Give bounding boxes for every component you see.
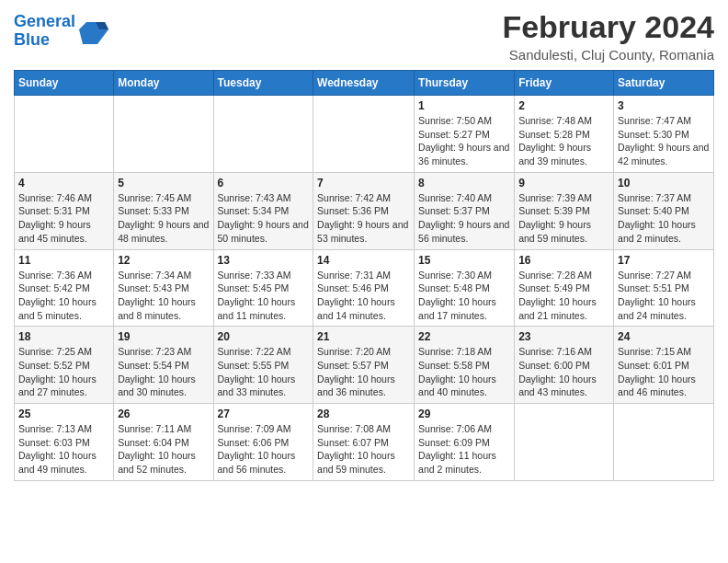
weekday-header: Thursday [415,71,515,96]
calendar-cell [213,96,313,173]
day-info: Sunrise: 7:50 AM Sunset: 5:27 PM Dayligh… [418,114,510,168]
day-info: Sunrise: 7:28 AM Sunset: 5:49 PM Dayligh… [518,269,609,323]
day-number: 15 [418,254,510,267]
calendar-week-row: 18Sunrise: 7:25 AM Sunset: 5:52 PM Dayli… [15,327,714,404]
calendar-cell: 6Sunrise: 7:43 AM Sunset: 5:34 PM Daylig… [213,172,313,249]
day-number: 28 [317,408,410,420]
day-number: 27 [218,408,310,420]
calendar-cell: 8Sunrise: 7:40 AM Sunset: 5:37 PM Daylig… [415,172,515,249]
day-number: 13 [218,254,310,267]
calendar-cell [614,404,714,481]
day-info: Sunrise: 7:48 AM Sunset: 5:28 PM Dayligh… [518,114,609,168]
calendar-header: SundayMondayTuesdayWednesdayThursdayFrid… [15,71,714,96]
calendar-cell [313,96,415,173]
day-info: Sunrise: 7:37 AM Sunset: 5:40 PM Dayligh… [618,191,710,246]
day-info: Sunrise: 7:27 AM Sunset: 5:51 PM Dayligh… [618,269,710,323]
day-info: Sunrise: 7:39 AM Sunset: 5:39 PM Dayligh… [518,191,609,246]
day-info: Sunrise: 7:23 AM Sunset: 5:54 PM Dayligh… [118,345,209,399]
calendar-cell: 25Sunrise: 7:13 AM Sunset: 6:03 PM Dayli… [15,404,114,481]
calendar-cell [114,96,213,173]
weekday-header: Wednesday [313,71,415,96]
calendar-cell: 7Sunrise: 7:42 AM Sunset: 5:36 PM Daylig… [313,172,415,249]
weekday-header: Monday [114,71,213,96]
calendar-cell: 26Sunrise: 7:11 AM Sunset: 6:04 PM Dayli… [114,404,213,481]
calendar-cell: 12Sunrise: 7:34 AM Sunset: 5:43 PM Dayli… [114,249,213,327]
calendar-cell: 19Sunrise: 7:23 AM Sunset: 5:54 PM Dayli… [114,327,213,404]
day-number: 17 [618,254,710,267]
calendar-cell: 13Sunrise: 7:33 AM Sunset: 5:45 PM Dayli… [213,249,313,327]
calendar-cell: 10Sunrise: 7:37 AM Sunset: 5:40 PM Dayli… [614,172,714,249]
day-info: Sunrise: 7:43 AM Sunset: 5:34 PM Dayligh… [218,191,310,246]
calendar-cell: 4Sunrise: 7:46 AM Sunset: 5:31 PM Daylig… [15,172,114,249]
calendar-cell: 29Sunrise: 7:06 AM Sunset: 6:09 PM Dayli… [415,404,515,481]
calendar-week-row: 1Sunrise: 7:50 AM Sunset: 5:27 PM Daylig… [15,96,714,173]
day-number: 16 [518,254,609,267]
day-number: 12 [118,254,209,267]
day-info: Sunrise: 7:08 AM Sunset: 6:07 PM Dayligh… [317,422,410,477]
day-info: Sunrise: 7:36 AM Sunset: 5:42 PM Dayligh… [18,269,109,323]
day-number: 7 [317,177,410,190]
calendar-cell: 28Sunrise: 7:08 AM Sunset: 6:07 PM Dayli… [313,404,415,481]
calendar-week-row: 4Sunrise: 7:46 AM Sunset: 5:31 PM Daylig… [15,172,714,249]
calendar-cell: 27Sunrise: 7:09 AM Sunset: 6:06 PM Dayli… [213,404,313,481]
day-number: 18 [18,330,109,343]
calendar-body: 1Sunrise: 7:50 AM Sunset: 5:27 PM Daylig… [15,96,714,481]
day-info: Sunrise: 7:46 AM Sunset: 5:31 PM Dayligh… [18,191,109,246]
day-number: 23 [518,330,609,343]
page-subtitle: Sandulesti, Cluj County, Romania [502,47,714,63]
calendar-cell: 23Sunrise: 7:16 AM Sunset: 6:00 PM Dayli… [515,327,614,404]
page-header: GeneralBlue February 2024 Sandulesti, Cl… [14,9,714,63]
calendar-week-row: 25Sunrise: 7:13 AM Sunset: 6:03 PM Dayli… [15,404,714,481]
day-number: 4 [18,177,109,190]
day-number: 9 [518,177,609,190]
title-area: February 2024 Sandulesti, Cluj County, R… [502,9,714,63]
day-number: 26 [118,408,209,420]
day-number: 3 [618,99,710,112]
calendar-cell [15,96,114,173]
calendar-cell: 20Sunrise: 7:22 AM Sunset: 5:55 PM Dayli… [213,327,313,404]
day-info: Sunrise: 7:18 AM Sunset: 5:58 PM Dayligh… [418,345,510,399]
day-number: 25 [18,408,109,420]
day-info: Sunrise: 7:20 AM Sunset: 5:57 PM Dayligh… [317,345,410,399]
weekday-header: Friday [515,71,614,96]
day-info: Sunrise: 7:09 AM Sunset: 6:06 PM Dayligh… [218,422,310,477]
calendar-week-row: 11Sunrise: 7:36 AM Sunset: 5:42 PM Dayli… [15,249,714,327]
day-number: 1 [418,99,510,112]
day-info: Sunrise: 7:31 AM Sunset: 5:46 PM Dayligh… [317,269,410,323]
day-info: Sunrise: 7:13 AM Sunset: 6:03 PM Dayligh… [18,422,109,477]
logo: GeneralBlue [14,13,108,50]
page-title: February 2024 [502,9,714,45]
day-number: 6 [218,177,310,190]
calendar-cell: 16Sunrise: 7:28 AM Sunset: 5:49 PM Dayli… [515,249,614,327]
calendar-cell: 24Sunrise: 7:15 AM Sunset: 6:01 PM Dayli… [614,327,714,404]
day-number: 21 [317,330,410,343]
logo-icon [79,18,108,44]
weekday-header: Sunday [15,71,114,96]
day-number: 8 [418,177,510,190]
weekday-header: Saturday [614,71,714,96]
day-info: Sunrise: 7:47 AM Sunset: 5:30 PM Dayligh… [618,114,710,168]
calendar-cell: 22Sunrise: 7:18 AM Sunset: 5:58 PM Dayli… [415,327,515,404]
day-info: Sunrise: 7:33 AM Sunset: 5:45 PM Dayligh… [218,269,310,323]
day-number: 10 [618,177,710,190]
calendar-cell [515,404,614,481]
weekday-header: Tuesday [213,71,313,96]
day-info: Sunrise: 7:34 AM Sunset: 5:43 PM Dayligh… [118,269,209,323]
day-info: Sunrise: 7:42 AM Sunset: 5:36 PM Dayligh… [317,191,410,246]
calendar-cell: 1Sunrise: 7:50 AM Sunset: 5:27 PM Daylig… [415,96,515,173]
day-number: 2 [518,99,609,112]
calendar-cell: 14Sunrise: 7:31 AM Sunset: 5:46 PM Dayli… [313,249,415,327]
day-number: 14 [317,254,410,267]
calendar-cell: 3Sunrise: 7:47 AM Sunset: 5:30 PM Daylig… [614,96,714,173]
day-number: 24 [618,330,710,343]
calendar-cell: 2Sunrise: 7:48 AM Sunset: 5:28 PM Daylig… [515,96,614,173]
calendar-cell: 5Sunrise: 7:45 AM Sunset: 5:33 PM Daylig… [114,172,213,249]
calendar-cell: 9Sunrise: 7:39 AM Sunset: 5:39 PM Daylig… [515,172,614,249]
day-info: Sunrise: 7:16 AM Sunset: 6:00 PM Dayligh… [518,345,609,399]
day-info: Sunrise: 7:40 AM Sunset: 5:37 PM Dayligh… [418,191,510,246]
day-number: 29 [418,408,510,420]
day-number: 11 [18,254,109,267]
day-number: 20 [218,330,310,343]
day-info: Sunrise: 7:06 AM Sunset: 6:09 PM Dayligh… [418,422,510,477]
day-info: Sunrise: 7:22 AM Sunset: 5:55 PM Dayligh… [218,345,310,399]
